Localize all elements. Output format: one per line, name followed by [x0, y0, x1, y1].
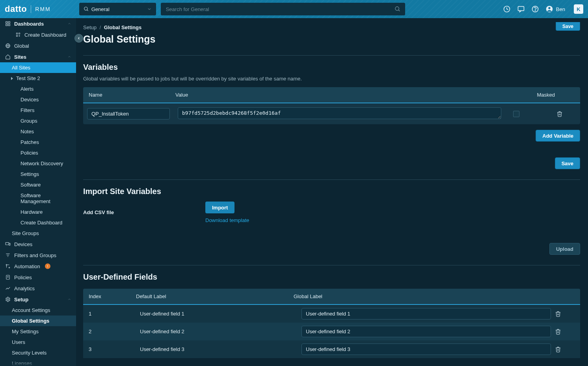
- nav-site-child[interactable]: Software: [0, 179, 76, 190]
- nav-setup-child[interactable]: Users: [0, 337, 76, 347]
- col-name: Name: [89, 92, 175, 98]
- nav-all-sites[interactable]: All Sites: [0, 62, 76, 73]
- nav-site-groups[interactable]: Site Groups: [0, 228, 76, 239]
- main-content: Setup / Global Settings Global Settings …: [76, 18, 588, 366]
- nav-label: Sites: [14, 54, 26, 60]
- nav-setup-child[interactable]: My Settings: [0, 326, 76, 337]
- top-bar: datto RMM General: [0, 0, 588, 18]
- nav-site-child[interactable]: Create Dashboard: [0, 217, 76, 228]
- variable-value-input[interactable]: [178, 107, 501, 119]
- nav-site-child[interactable]: Software Management: [0, 190, 76, 207]
- nav-label: My Settings: [12, 329, 39, 334]
- nav-site-child[interactable]: Devices: [0, 94, 76, 105]
- recent-icon[interactable]: [502, 5, 511, 13]
- app-switcher-badge[interactable]: K: [574, 4, 583, 14]
- upload-button[interactable]: Upload: [549, 243, 580, 255]
- save-button-top[interactable]: Save: [556, 22, 580, 31]
- nav-create-dashboard[interactable]: Create Dashboard: [0, 29, 76, 40]
- col-value: Value: [175, 92, 508, 98]
- svg-point-0: [84, 7, 87, 10]
- svg-line-1: [87, 10, 88, 11]
- nav-site-child[interactable]: Settings: [0, 169, 76, 179]
- breadcrumb-parent[interactable]: Setup: [83, 24, 97, 30]
- nav-label: Filters: [20, 107, 34, 113]
- udf-delete-button[interactable]: [555, 329, 575, 335]
- automation-icon: [5, 263, 11, 269]
- variables-row: [83, 103, 580, 124]
- search-scope-icon: [84, 6, 89, 12]
- nav-site-child[interactable]: Groups: [0, 116, 76, 126]
- search-scope-select[interactable]: General: [79, 3, 156, 15]
- nav-automation[interactable]: Automation !: [0, 261, 76, 272]
- nav-label: Global Settings: [12, 318, 49, 324]
- nav-analytics[interactable]: Analytics: [0, 283, 76, 294]
- help-icon[interactable]: [531, 5, 540, 13]
- variable-masked-checkbox[interactable]: [513, 111, 519, 117]
- nav-setup[interactable]: Setup: [0, 294, 76, 305]
- nav-site-child[interactable]: Notes: [0, 126, 76, 137]
- col-masked: Masked: [508, 92, 555, 98]
- udf-global-input[interactable]: [301, 308, 551, 319]
- sidebar: Dashboards Create Dashboard Global Sites…: [0, 18, 76, 366]
- svg-point-32: [7, 299, 9, 300]
- nav-site-child[interactable]: Alerts: [0, 84, 76, 94]
- svg-rect-11: [8, 22, 10, 23]
- svg-point-27: [6, 264, 7, 265]
- nav-devices[interactable]: Devices: [0, 239, 76, 250]
- home-icon: [5, 54, 11, 60]
- import-button[interactable]: Import: [205, 202, 234, 213]
- user-menu[interactable]: Ben: [545, 5, 565, 13]
- nav-label: Test Site 2: [16, 75, 40, 81]
- svg-point-9: [548, 7, 550, 9]
- udf-index: 2: [89, 329, 136, 334]
- nav-site-child[interactable]: Policies: [0, 148, 76, 158]
- udf-delete-button[interactable]: [555, 311, 575, 317]
- udf-delete-button[interactable]: [555, 346, 575, 353]
- nav-label: Devices: [20, 97, 39, 103]
- brand-divider: [31, 5, 31, 13]
- nav-setup-child[interactable]: Security Levels: [0, 347, 76, 358]
- nav-site-child[interactable]: Network Discovery: [0, 158, 76, 169]
- search-box[interactable]: [161, 3, 405, 15]
- variables-table-head: Name Value Masked: [83, 87, 580, 103]
- udf-global-input[interactable]: [301, 326, 551, 337]
- nav-label: Filters and Groups: [14, 252, 56, 258]
- search-input[interactable]: [165, 6, 392, 13]
- chat-icon[interactable]: [517, 5, 525, 13]
- variable-name-input[interactable]: [87, 108, 170, 120]
- udf-index: 3: [89, 346, 136, 352]
- col-index: Index: [89, 293, 136, 299]
- policies-icon: [5, 274, 11, 280]
- nav-sites[interactable]: Sites: [0, 51, 76, 62]
- udf-global-input[interactable]: [301, 344, 551, 355]
- nav-dashboards[interactable]: Dashboards: [0, 18, 76, 29]
- delete-variable-button[interactable]: [556, 111, 576, 117]
- nav-site-child[interactable]: Hardware: [0, 207, 76, 217]
- nav-label: Settings: [20, 171, 39, 177]
- nav-global[interactable]: Global: [0, 40, 76, 51]
- nav-label: Network Discovery: [20, 161, 63, 166]
- nav-filters-groups[interactable]: Filters and Groups: [0, 250, 76, 261]
- nav-setup-child[interactable]: Global Settings: [0, 316, 76, 326]
- nav-test-site[interactable]: Test Site 2: [0, 73, 76, 84]
- import-label: Add CSV file: [83, 209, 190, 215]
- nav-site-child[interactable]: Filters: [0, 105, 76, 116]
- svg-point-28: [9, 267, 9, 268]
- svg-rect-10: [6, 22, 7, 23]
- add-variable-button[interactable]: Add Variable: [536, 130, 580, 142]
- svg-point-7: [535, 11, 535, 11]
- sidebar-collapse-button[interactable]: [74, 34, 83, 43]
- svg-rect-15: [19, 33, 20, 34]
- nav-setup-child[interactable]: Account Settings: [0, 305, 76, 316]
- download-template-link[interactable]: Download template: [205, 217, 249, 223]
- save-variables-button[interactable]: Save: [555, 157, 580, 169]
- nav-policies[interactable]: Policies: [0, 272, 76, 283]
- nav-label: Devices: [14, 241, 32, 247]
- brand-logo[interactable]: datto RMM: [5, 4, 51, 14]
- chevron-up-icon: [67, 55, 71, 59]
- nav-site-child[interactable]: Patches: [0, 137, 76, 148]
- breadcrumb-current: Global Settings: [104, 24, 141, 30]
- chevron-up-icon: [67, 297, 71, 301]
- nav-label: Account Settings: [12, 307, 50, 313]
- globe-icon: [5, 43, 11, 49]
